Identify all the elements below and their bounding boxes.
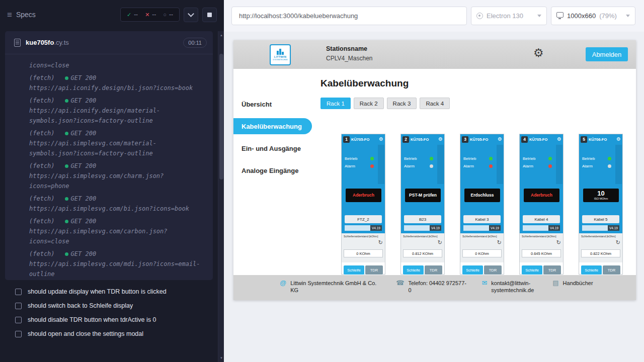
cable-name-field[interactable]: Kabel 3 xyxy=(463,215,501,223)
log-entry[interactable]: (fetch) GET 200 https://api.simplesvg.co… xyxy=(29,128,205,158)
log-entry[interactable]: (fetch) GET 200 https://api.iconify.desi… xyxy=(29,73,205,93)
stop-tests-button[interactable] xyxy=(202,8,217,22)
test-row[interactable]: should open and close the settings modal xyxy=(0,327,218,341)
cable-name-field[interactable]: B23 xyxy=(404,215,441,223)
test-stats[interactable]: ✓-- ✕-- ○-- xyxy=(120,8,180,22)
card-buttons: Schleife TDR xyxy=(401,265,444,275)
measurement-label: Schleifenwiderstand [kOhm] xyxy=(581,235,620,238)
cable-name-field[interactable]: Kabel 4 xyxy=(523,215,560,223)
rack-tab[interactable]: Rack 2 xyxy=(354,98,384,109)
nav-item[interactable]: Übersicht xyxy=(233,93,312,115)
spec-file-row[interactable]: kue705fo.cy.ts 00:11 xyxy=(5,31,213,54)
footer-item[interactable]: ▤ Handbücher xyxy=(552,280,593,300)
url-input[interactable]: http://localhost:3000/kabelueberwachung xyxy=(231,7,467,25)
device-number-badge: 4 xyxy=(521,136,528,143)
tdr-button[interactable]: TDR xyxy=(365,265,383,275)
log-entry[interactable]: (fetch) GET 200 https://api.iconify.desi… xyxy=(29,96,205,126)
log-entry[interactable]: (fetch) GET 200 https://api.simplesvg.co… xyxy=(29,249,205,279)
cable-name-field[interactable]: FTZ_2 xyxy=(345,215,382,223)
test-row[interactable]: should update display when TDR button is… xyxy=(0,285,218,299)
app-footer: @ Littwin Systemtechnik GmbH & Co. KG ☎ … xyxy=(233,275,636,300)
browser-selector[interactable]: Electron 130 xyxy=(471,7,547,25)
pending-count: -- xyxy=(169,11,173,18)
http-status-badge: GET 200 xyxy=(65,96,97,106)
device-number-badge: 1 xyxy=(343,136,350,143)
http-status-badge: GET 200 xyxy=(65,194,97,204)
version-filler xyxy=(523,225,548,231)
specs-menu-icon[interactable]: ≡ xyxy=(7,11,12,19)
log-entry-head: (fetch) GET 200 xyxy=(29,128,205,138)
log-entry[interactable]: icons=close xyxy=(29,60,205,70)
log-entry[interactable]: (fetch) GET 200 https://api.simplesvg.co… xyxy=(29,194,205,214)
refresh-icon[interactable]: ↻ xyxy=(378,240,383,245)
nav-item[interactable]: Ein- und Ausgänge xyxy=(233,137,312,159)
refresh-icon[interactable]: ↻ xyxy=(438,240,442,245)
device-gear-icon[interactable]: ⚙ xyxy=(379,137,383,142)
measurement-value: 0 KOhm xyxy=(344,249,383,257)
footer-item[interactable]: ☎ Telefon: 04402 972577-0 xyxy=(396,280,468,300)
refresh-icon[interactable]: ↻ xyxy=(616,240,620,245)
refresh-icon[interactable]: ↻ xyxy=(556,240,561,245)
card-scrollbar[interactable] xyxy=(497,145,503,184)
collapse-tests-button[interactable] xyxy=(184,8,198,22)
footer-text: Littwin Systemtechnik GmbH & Co. KG xyxy=(290,280,383,294)
footer-item[interactable]: ✉ kontakt@littwin-systemtechnik.de xyxy=(481,280,539,300)
card-scrollbar[interactable] xyxy=(437,145,444,184)
device-gear-icon[interactable]: ⚙ xyxy=(616,137,621,142)
version-filler xyxy=(582,225,608,231)
request-url: https://api.simplesvg.com/material-symbo… xyxy=(29,138,201,158)
scrollbar-thumb[interactable] xyxy=(219,54,223,179)
test-checkbox-icon xyxy=(15,317,22,323)
test-title: should open and close the settings modal xyxy=(28,330,143,338)
alarm-label: Alarm xyxy=(463,164,474,168)
rack-tab[interactable]: Rack 4 xyxy=(420,98,450,109)
tdr-button[interactable]: TDR xyxy=(603,265,620,275)
fetch-label: (fetch) xyxy=(29,128,55,138)
card-header: 4 KÜ705-FO ⚙ xyxy=(520,134,563,144)
alarm-label: Alarm xyxy=(582,164,593,168)
footer-text: Telefon: 04402 972577-0 xyxy=(408,280,468,294)
logout-button[interactable]: Abmelden xyxy=(586,47,628,61)
measurement-section: Schleifenwiderstand [kOhm] ↻ 0.645 KOhm xyxy=(520,233,563,262)
card-scrollbar[interactable] xyxy=(378,145,384,184)
test-row[interactable]: should switch back to Schleife display xyxy=(0,299,218,313)
rack-tab[interactable]: Rack 3 xyxy=(387,98,417,109)
card-scrollbar[interactable] xyxy=(615,145,622,184)
nav-item-label: Kabelüberwachung xyxy=(242,123,302,130)
test-row[interactable]: should disable TDR button when tdrActive… xyxy=(0,313,218,327)
device-gear-icon[interactable]: ⚙ xyxy=(498,137,502,142)
footer-item[interactable]: @ Littwin Systemtechnik GmbH & Co. KG xyxy=(280,280,383,300)
request-url: https://api.iconify.design/bi.json?icons… xyxy=(29,83,201,93)
card-scrollbar[interactable] xyxy=(556,145,562,184)
device-cards: 1 KÜ705-FO ⚙ Betrieb Alarm xyxy=(341,134,623,275)
schleife-button[interactable]: Schleife xyxy=(344,265,364,275)
log-entry[interactable]: (fetch) GET 200 https://api.simplesvg.co… xyxy=(29,161,205,191)
device-gear-icon[interactable]: ⚙ xyxy=(438,137,443,142)
settings-gear-icon[interactable]: ⚙ xyxy=(533,47,544,59)
status-display: PST-M prüfen xyxy=(405,189,441,202)
nav-item[interactable]: Analoge Eingänge xyxy=(233,159,312,182)
card-buttons: Schleife TDR xyxy=(579,265,622,275)
schleife-button[interactable]: Schleife xyxy=(581,265,602,275)
refresh-icon[interactable]: ↻ xyxy=(497,240,502,245)
tdr-button[interactable]: TDR xyxy=(484,265,502,275)
device-gear-icon[interactable]: ⚙ xyxy=(557,137,561,142)
cable-name-field[interactable]: Kabel 5 xyxy=(582,215,619,223)
chevron-down-icon xyxy=(626,15,630,17)
device-card: 4 KÜ705-FO ⚙ Betrieb Alarm xyxy=(519,134,564,275)
viewport-selector[interactable]: 1000x660 (79%) xyxy=(551,7,635,25)
fetch-label: (fetch) xyxy=(29,73,55,83)
schleife-button[interactable]: Schleife xyxy=(462,265,483,275)
tdr-button[interactable]: TDR xyxy=(425,265,442,275)
schleife-button[interactable]: Schleife xyxy=(522,265,542,275)
tdr-button[interactable]: TDR xyxy=(543,265,561,275)
nav-item[interactable]: Kabelüberwachung xyxy=(233,118,312,134)
betrieb-led xyxy=(370,157,374,160)
schleife-button[interactable]: Schleife xyxy=(403,265,424,275)
log-entry[interactable]: (fetch) GET 200 https://api.simplesvg.co… xyxy=(29,216,205,246)
device-model: KÜ706-FO xyxy=(589,137,607,142)
rack-tab[interactable]: Rack 1 xyxy=(320,98,351,109)
aut-pane: http://localhost:3000/kabelueberwachung … xyxy=(224,0,644,362)
status-text: Aderbruch xyxy=(531,193,552,198)
betrieb-label: Betrieb xyxy=(404,156,417,161)
